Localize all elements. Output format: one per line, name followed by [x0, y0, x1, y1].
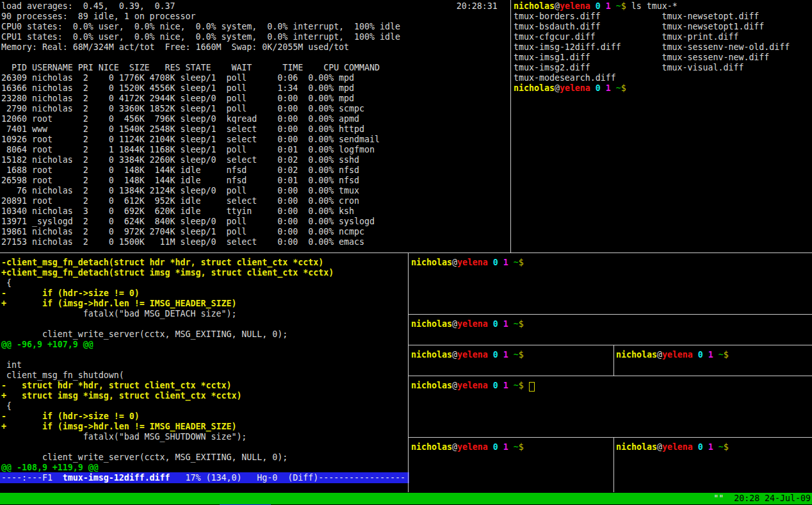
- top-output: load averages: 0.45, 0.39, 0.37 20:28:31…: [1, 1, 508, 247]
- pane-border-v-e: [613, 438, 614, 492]
- tmux-status-bar: [0] 0:irssi# 1:todo 2:ncmpc- 3:mutt 4:ss…: [0, 493, 812, 504]
- pane-shell-d-active[interactable]: nicholas@yelena 0 1 ~$: [411, 381, 812, 436]
- pane-border-v-c: [613, 345, 614, 376]
- pane-border-h-a: [409, 314, 812, 315]
- pane-border-h-d: [409, 437, 812, 438]
- pane-shell-a[interactable]: nicholas@yelena 0 1 ~$: [411, 258, 812, 313]
- pane-border-horizontal-main: [0, 252, 812, 253]
- pane-emacs-diff[interactable]: -client_msg_fn_detach(struct hdr *hdr, s…: [1, 258, 406, 473]
- terminal-cursor: [529, 382, 535, 392]
- shell-prompt: nicholas@yelena 0 1 ~$: [411, 442, 612, 452]
- emacs-modeline: ----:---F1 tmux-imsg-12diff.diff 17% (13…: [0, 472, 409, 483]
- ls-file-list: tmux-borders.diff tmux-newsetopt.diff tm…: [514, 12, 811, 83]
- pane-border-vertical-bottom: [408, 253, 409, 492]
- pane-top-process-monitor[interactable]: load averages: 0.45, 0.39, 0.37 20:28:31…: [1, 1, 508, 252]
- status-right-clock: "" 20:28 24-Jul-09: [713, 493, 811, 504]
- tmux-session: load averages: 0.45, 0.39, 0.37 20:28:31…: [0, 0, 812, 505]
- shell-prompt: nicholas@yelena 0 1 ~$: [411, 350, 612, 360]
- emacs-buffer: -client_msg_fn_detach(struct hdr *hdr, s…: [1, 258, 406, 473]
- shell-prompt: nicholas@yelena 0 1 ~$: [411, 258, 812, 268]
- shell-prompt: nicholas@yelena 0 1 ~$: [616, 442, 811, 452]
- shell-prompt: nicholas@yelena 0 1 ~$: [411, 381, 812, 391]
- pane-shell-c-right[interactable]: nicholas@yelena 0 1 ~$: [616, 350, 811, 374]
- pane-shell-b[interactable]: nicholas@yelena 0 1 ~$: [411, 319, 812, 344]
- shell-prompt: nicholas@yelena 0 1 ~$: [616, 350, 811, 360]
- pane-shell-c-left[interactable]: nicholas@yelena 0 1 ~$: [411, 350, 612, 374]
- shell-prompt: nicholas@yelena 0 1 ~$: [411, 319, 812, 329]
- shell-prompt-ls-command: nicholas@yelena 0 1 ~$ ls tmux-*: [514, 1, 811, 12]
- pane-border-h-c: [409, 376, 812, 376]
- pane-shell-ls[interactable]: nicholas@yelena 0 1 ~$ ls tmux-* tmux-bo…: [514, 1, 811, 252]
- pane-shell-e-right[interactable]: nicholas@yelena 0 1 ~$: [616, 442, 811, 491]
- pane-border-vertical-top: [510, 0, 511, 252]
- pane-border-h-b: [409, 345, 812, 345]
- pane-shell-e-left[interactable]: nicholas@yelena 0 1 ~$: [411, 442, 612, 491]
- shell-prompt: nicholas@yelena 0 1 ~$: [514, 83, 811, 94]
